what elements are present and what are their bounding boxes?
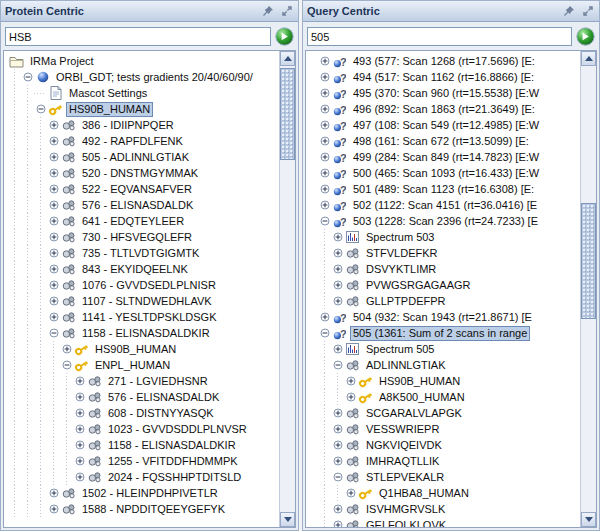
- tree-row[interactable]: 492 - RAPFDLFENK: [8, 133, 279, 149]
- tree-row[interactable]: DSVYKTLIMR: [318, 261, 580, 277]
- tree-row[interactable]: ISVHMGRVSLK: [318, 501, 580, 517]
- expand-toggle[interactable]: [73, 453, 86, 469]
- expand-toggle[interactable]: [318, 85, 331, 101]
- tree-row[interactable]: ?501 (489: Scan 1123 (rt=16.6308) [E:: [318, 181, 580, 197]
- expand-toggle[interactable]: [331, 517, 344, 527]
- expand-toggle[interactable]: [47, 165, 60, 181]
- expand-toggle[interactable]: [331, 277, 344, 293]
- tree-row[interactable]: A8K500_HUMAN: [318, 389, 580, 405]
- tree-row[interactable]: GELFQLKLQVK: [318, 517, 580, 527]
- scroll-up-button[interactable]: [581, 51, 596, 66]
- expand-toggle[interactable]: [331, 245, 344, 261]
- expand-toggle[interactable]: [331, 437, 344, 453]
- tree-row[interactable]: HS90B_HUMAN: [8, 341, 279, 357]
- scroll-down-button[interactable]: [581, 512, 596, 527]
- tree-row[interactable]: 1023 - GVVDSDDLPLNVSR: [8, 421, 279, 437]
- expand-toggle[interactable]: [331, 229, 344, 245]
- tree-row[interactable]: STFVLDEFKR: [318, 245, 580, 261]
- tree-row[interactable]: IMHRAQTLLIK: [318, 453, 580, 469]
- expand-toggle[interactable]: [73, 469, 86, 485]
- tree-row[interactable]: ?503 (1228: Scan 2396 (rt=24.7233) [E: [318, 213, 580, 229]
- tree-row[interactable]: ?502 (1122: Scan 4151 (rt=36.0416) [E: [318, 197, 580, 213]
- tree-row[interactable]: ?496 (892: Scan 1863 (rt=21.3649) [E:: [318, 101, 580, 117]
- expand-toggle[interactable]: [318, 101, 331, 117]
- tree-row[interactable]: ?505 (1361: Sum of 2 scans in range: [318, 325, 580, 341]
- expand-toggle[interactable]: [331, 341, 344, 357]
- tree-row[interactable]: 520 - DNSTMGYMMAK: [8, 165, 279, 181]
- expand-toggle[interactable]: [73, 421, 86, 437]
- expand-toggle[interactable]: [331, 453, 344, 469]
- tree-row[interactable]: 271 - LGVIEDHSNR: [8, 373, 279, 389]
- tree-row[interactable]: Spectrum 505: [318, 341, 580, 357]
- expand-toggle[interactable]: [47, 229, 60, 245]
- expand-toggle[interactable]: [47, 245, 60, 261]
- query-scrollbar[interactable]: [580, 51, 596, 527]
- collapse-toggle[interactable]: [21, 69, 34, 85]
- query-search-input[interactable]: [307, 27, 572, 46]
- tree-row[interactable]: ?504 (932: Scan 1943 (rt=21.8671) [E: [318, 309, 580, 325]
- scroll-down-button[interactable]: [280, 512, 295, 527]
- collapse-toggle[interactable]: [331, 357, 344, 373]
- tree-row[interactable]: 1158 - ELISNASDALDKIR: [8, 325, 279, 341]
- tree-row[interactable]: ?497 (108: Scan 549 (rt=12.4985) [E:W: [318, 117, 580, 133]
- tree-row[interactable]: 735 - TLTLVDTGIGMTK: [8, 245, 279, 261]
- maximize-icon[interactable]: [581, 4, 595, 18]
- tree-row[interactable]: ?498 (161: Scan 672 (rt=13.5099) [E:: [318, 133, 580, 149]
- tree-row[interactable]: 576 - ELISNASDALDK: [8, 389, 279, 405]
- expand-toggle[interactable]: [47, 309, 60, 325]
- tree-row[interactable]: 608 - DISTNYYASQK: [8, 405, 279, 421]
- collapse-toggle[interactable]: [331, 469, 344, 485]
- tree-row[interactable]: ?499 (284: Scan 849 (rt=14.7823) [E:W: [318, 149, 580, 165]
- tree-row[interactable]: NGKVIQEIVDK: [318, 437, 580, 453]
- expand-toggle[interactable]: [318, 69, 331, 85]
- tree-row[interactable]: GLLPTPDEFPR: [318, 293, 580, 309]
- tree-row[interactable]: VESSWRIEPR: [318, 421, 580, 437]
- tree-row[interactable]: 505 - ADLINNLGTIAK: [8, 149, 279, 165]
- expand-toggle[interactable]: [47, 485, 60, 501]
- expand-toggle[interactable]: [318, 133, 331, 149]
- protein-search-input[interactable]: [5, 27, 271, 46]
- tree-row[interactable]: 576 - ELISNASDALDK: [8, 197, 279, 213]
- expand-toggle[interactable]: [47, 293, 60, 309]
- protein-search-go-button[interactable]: [275, 27, 294, 46]
- tree-row[interactable]: IRMa Project: [8, 53, 279, 69]
- expand-toggle[interactable]: [73, 437, 86, 453]
- collapse-toggle[interactable]: [318, 325, 331, 341]
- tree-row[interactable]: 1158 - ELISNASDALDKIR: [8, 437, 279, 453]
- expand-toggle[interactable]: [318, 197, 331, 213]
- expand-toggle[interactable]: [73, 389, 86, 405]
- expand-toggle[interactable]: [331, 261, 344, 277]
- expand-toggle[interactable]: [47, 149, 60, 165]
- maximize-icon[interactable]: [280, 4, 294, 18]
- tree-row[interactable]: ENPL_HUMAN: [8, 357, 279, 373]
- expand-toggle[interactable]: [73, 405, 86, 421]
- expand-toggle[interactable]: [47, 277, 60, 293]
- expand-toggle[interactable]: [47, 133, 60, 149]
- expand-toggle[interactable]: [331, 421, 344, 437]
- pin-icon[interactable]: [562, 4, 576, 18]
- collapse-toggle[interactable]: [318, 213, 331, 229]
- scroll-up-button[interactable]: [280, 51, 295, 66]
- tree-row[interactable]: Mascot Settings: [8, 85, 279, 101]
- tree-row[interactable]: Q1HBA8_HUMAN: [318, 485, 580, 501]
- tree-row[interactable]: 2024 - FQSSHHPTDITSLD: [8, 469, 279, 485]
- tree-row[interactable]: HS90B_HUMAN: [8, 101, 279, 117]
- tree-row[interactable]: 1255 - VFITDDFHDMMPK: [8, 453, 279, 469]
- expand-toggle[interactable]: [47, 197, 60, 213]
- expand-toggle[interactable]: [318, 309, 331, 325]
- tree-row[interactable]: 730 - HFSVEGQLEFR: [8, 229, 279, 245]
- tree-row[interactable]: ?500 (465: Scan 1093 (rt=16.433) [E:W: [318, 165, 580, 181]
- query-search-go-button[interactable]: [576, 27, 595, 46]
- tree-row[interactable]: ?494 (517: Scan 1162 (rt=16.8866) [E:: [318, 69, 580, 85]
- expand-toggle[interactable]: [318, 181, 331, 197]
- tree-row[interactable]: ?493 (577: Scan 1268 (rt=17.5696) [E:: [318, 53, 580, 69]
- expand-toggle[interactable]: [47, 261, 60, 277]
- tree-row[interactable]: 1076 - GVVDSEDLPLNISR: [8, 277, 279, 293]
- expand-toggle[interactable]: [318, 165, 331, 181]
- tree-row[interactable]: ?495 (370: Scan 960 (rt=15.5538) [E:W: [318, 85, 580, 101]
- tree-row[interactable]: 1141 - YESLTDPSKLDSGK: [8, 309, 279, 325]
- tree-row[interactable]: ORBI_GDT; tests gradients 20/40/60/90/: [8, 69, 279, 85]
- expand-toggle[interactable]: [318, 53, 331, 69]
- collapse-toggle[interactable]: [47, 325, 60, 341]
- expand-toggle[interactable]: [47, 181, 60, 197]
